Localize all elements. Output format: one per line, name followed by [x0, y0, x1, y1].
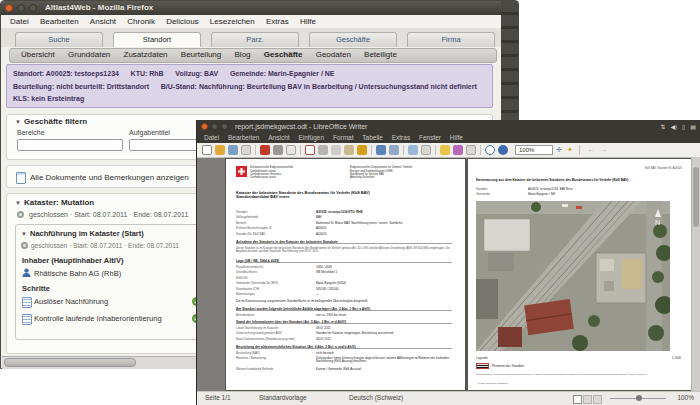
tab-standort[interactable]: Standort: [113, 32, 201, 47]
gear-status-icon: [21, 242, 28, 249]
maximize-button[interactable]: [29, 4, 37, 12]
forward-icon[interactable]: →: [599, 145, 607, 154]
menu-tabelle[interactable]: Tabelle: [362, 134, 383, 141]
statusbar-language[interactable]: Deutsch (Schweiz): [349, 392, 403, 404]
back-icon[interactable]: ←: [587, 145, 595, 154]
minimize-button[interactable]: [211, 123, 218, 130]
menu-extras[interactable]: Extras: [266, 17, 289, 26]
menu-fenster[interactable]: Fenster: [419, 134, 441, 141]
subtab-geodaten[interactable]: Geodaten: [316, 50, 351, 59]
copy-icon[interactable]: [331, 145, 341, 155]
swiss-confederation-logo: [236, 166, 247, 177]
menu-hilfe[interactable]: Hilfe: [450, 134, 463, 141]
subtab-uebersicht[interactable]: Übersicht: [21, 50, 55, 59]
standort-info-line1: Standort: A00025: testoeps1234 KTU: RhB …: [13, 68, 492, 81]
report-title: Kataster der belasteten Standorte des Bu…: [236, 190, 452, 199]
tab-firma[interactable]: Firma: [407, 32, 495, 47]
print-icon[interactable]: [273, 145, 283, 155]
menu-einfuegen[interactable]: Einfügen: [298, 134, 324, 141]
close-button[interactable]: [5, 4, 13, 12]
menu-delicious[interactable]: Delicious: [166, 17, 198, 26]
email-icon[interactable]: [241, 145, 251, 155]
menu-hilfe[interactable]: Hilfe: [300, 17, 316, 26]
tab-geschaefte[interactable]: Geschäfte: [309, 32, 397, 47]
gallery-icon[interactable]: [453, 145, 463, 155]
help-icon[interactable]: [498, 145, 508, 155]
subtab-beurteilung[interactable]: Beurteilung: [181, 50, 221, 59]
subtab-geschaefte-active[interactable]: Geschäfte: [264, 50, 303, 59]
libreoffice-statusbar: Seite 1/1 Standardvorlage Deutsch (Schwe…: [197, 391, 700, 405]
menu-chronik[interactable]: Chronik: [127, 17, 155, 26]
find-replace-icon[interactable]: [485, 145, 495, 155]
menu-bearbeiten[interactable]: Bearbeiten: [228, 134, 259, 141]
redo-icon[interactable]: [389, 145, 399, 155]
collapse-triangle-icon[interactable]: ▼: [21, 231, 27, 237]
session-menu-icon[interactable]: ▤: [690, 124, 696, 130]
all-documents-link[interactable]: Alle Dokumente und Bemerkungen anzeigen: [30, 173, 189, 182]
menu-format[interactable]: Format: [333, 134, 354, 141]
zoom-select[interactable]: 100%: [515, 145, 553, 155]
menu-lesezeichen[interactable]: Lesezeichen: [210, 17, 255, 26]
kataster-title: Kataster: Mutation: [24, 198, 94, 207]
note-text: Die im Katasterauszug ausgewiesene Stand…: [236, 300, 452, 303]
navigator-icon[interactable]: [440, 145, 450, 155]
subtab-zusatzdaten[interactable]: Zusatzdaten: [124, 50, 168, 59]
new-document-icon[interactable]: [202, 145, 212, 155]
desktop: Altlast4Web - Mozilla Firefox Datei Bear…: [0, 0, 700, 405]
firefox-titlebar[interactable]: Altlast4Web - Mozilla Firefox: [1, 1, 518, 15]
subtab-blog[interactable]: Blog: [235, 50, 251, 59]
libreoffice-menubar: Datei Bearbeiten Ansicht Einfügen Format…: [197, 133, 700, 143]
datasources-icon[interactable]: [466, 145, 476, 155]
zoom-out-icon[interactable]: ✦: [567, 146, 573, 154]
bereiche-input[interactable]: [17, 139, 123, 151]
cut-icon[interactable]: [318, 145, 328, 155]
print-preview-icon[interactable]: [286, 145, 296, 155]
battery-indicator-icon[interactable]: ▯: [682, 124, 685, 130]
tab-parz[interactable]: Parz.: [211, 32, 299, 47]
save-icon[interactable]: [228, 145, 238, 155]
menu-ansicht[interactable]: Ansicht: [268, 134, 289, 141]
network-indicator-icon[interactable]: ⇅: [661, 124, 666, 130]
table-icon[interactable]: [408, 145, 418, 155]
undo-icon[interactable]: [376, 145, 386, 155]
schritt-ausloeser[interactable]: Auslöser Nachführung: [34, 297, 108, 306]
close-button[interactable]: [201, 123, 208, 130]
menu-datei[interactable]: Datei: [10, 17, 29, 26]
draw-functions-icon[interactable]: [421, 145, 431, 155]
paste-icon[interactable]: [344, 145, 354, 155]
spellcheck-icon[interactable]: [305, 145, 315, 155]
collapse-triangle-icon[interactable]: ▼: [15, 119, 21, 125]
view-single-page-icon[interactable]: [573, 395, 582, 404]
format-paintbrush-icon[interactable]: [357, 145, 367, 155]
statusbar-zoom[interactable]: 100%: [677, 392, 694, 404]
subtab-beteiligte[interactable]: Beteiligte: [364, 50, 397, 59]
zoom-in-icon[interactable]: ✛: [556, 146, 562, 154]
schritt-kontrolle[interactable]: Kontrolle laufende Inhaberorientierung: [34, 314, 162, 323]
card-status: geschlossen · Start: 08.07.2011 · Ende: …: [31, 242, 179, 249]
libreoffice-titlebar[interactable]: report.jsdmekgwcst.odt - LibreOffice Wri…: [197, 120, 700, 133]
legend-label: Legende: [476, 356, 488, 359]
menu-extras[interactable]: Extras: [392, 134, 410, 141]
collapse-triangle-icon[interactable]: ▼: [15, 200, 21, 206]
standort-info-line3: KLS: kein Ersteintrag: [13, 93, 492, 106]
maximize-button[interactable]: [221, 123, 228, 130]
menu-ansicht[interactable]: Ansicht: [90, 17, 116, 26]
vertical-scrollbar[interactable]: [691, 157, 700, 392]
menu-bearbeiten[interactable]: Bearbeiten: [40, 17, 79, 26]
tab-suche[interactable]: Suche: [15, 32, 103, 47]
scrollbar-thumb[interactable]: [693, 167, 699, 227]
zoom-slider-handle[interactable]: [636, 395, 642, 401]
statusbar-style[interactable]: Standardvorlage: [259, 392, 307, 404]
menu-datei[interactable]: Datei: [204, 134, 219, 141]
volume-indicator-icon[interactable]: ◀): [670, 124, 677, 130]
map-copyright: © PK25, Orthofoto swisstopo: [476, 381, 508, 384]
export-pdf-icon[interactable]: [260, 145, 270, 155]
minimize-button[interactable]: [17, 4, 25, 12]
statusbar-page: Seite 1/1: [205, 392, 231, 404]
inhaber-value[interactable]: Rhätische Bahn AG (RhB): [34, 269, 121, 278]
scrollbar-thumb[interactable]: [4, 358, 136, 367]
view-multi-page-icon[interactable]: [583, 395, 592, 404]
subtab-grunddaten[interactable]: Grunddaten: [68, 50, 110, 59]
view-book-icon[interactable]: [593, 395, 602, 404]
open-icon[interactable]: [215, 145, 225, 155]
